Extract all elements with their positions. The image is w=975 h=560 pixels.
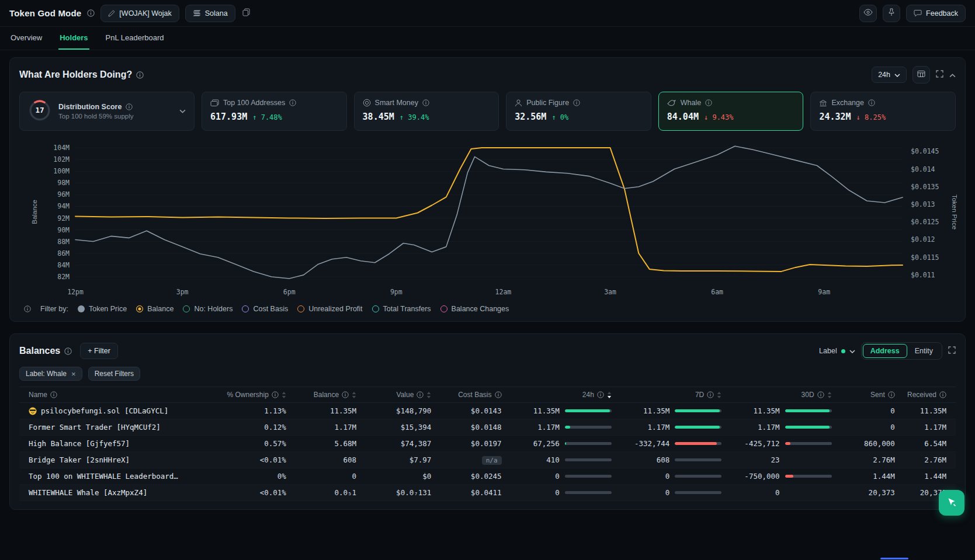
change-bar <box>675 426 721 429</box>
timeframe-dropdown[interactable]: 24h <box>872 67 907 83</box>
add-filter-label: + Filter <box>88 347 110 355</box>
stat-card-public-figure[interactable]: Public Figure 32.56M ↑ 0% <box>506 92 651 131</box>
table-row[interactable]: Bridge Taker [2snHHreX] <0.01% 608 $7.97… <box>19 452 956 468</box>
filter-option-unrealized-profit[interactable]: Unrealized Profit <box>297 305 362 313</box>
svg-text:6am: 6am <box>711 288 723 296</box>
change-bar <box>675 491 721 494</box>
balance-cell: 608 <box>291 452 361 468</box>
filter-option-no-holders[interactable]: No: Holders <box>183 305 233 313</box>
stat-card-exchange[interactable]: Exchange 24.32M ↓ 8.25% <box>810 92 956 131</box>
feedback-button[interactable]: Feedback <box>906 5 966 22</box>
stat-card-smart-money[interactable]: Smart Money 38.45M ↑ 39.4% <box>354 92 499 131</box>
sort-icon <box>717 392 721 398</box>
svg-text:$0.012: $0.012 <box>911 235 935 244</box>
value-cell: $15,394 <box>361 419 436 436</box>
view-address[interactable]: Address <box>863 344 907 358</box>
table-row[interactable]: Former Smart Trader [HYqMCUf2] 0.12% 1.1… <box>19 419 956 436</box>
column-header-ownership[interactable]: % Ownership <box>211 391 286 399</box>
pin-button[interactable] <box>883 5 900 22</box>
add-filter-button[interactable]: + Filter <box>80 343 118 359</box>
view-entity[interactable]: Entity <box>907 344 941 358</box>
value-cell: $74,387 <box>361 436 436 452</box>
value-cell: $0.0₇131 <box>361 485 436 501</box>
stat-label: Exchange <box>831 99 864 107</box>
value-cell: $7.97 <box>361 452 436 468</box>
stat-value: 24.32M <box>819 112 851 122</box>
change-bar <box>785 426 832 429</box>
filter-option-balance-changes[interactable]: Balance Changes <box>440 305 509 313</box>
svg-text:88M: 88M <box>57 238 70 246</box>
stat-label: Top 100 Addresses <box>223 99 285 107</box>
filter-option-cost-basis[interactable]: Cost Basis <box>242 305 288 313</box>
table-row[interactable]: High Balance [Gjfyef57] 0.57% 5.68M $74,… <box>19 436 956 452</box>
svg-text:92M: 92M <box>57 214 70 222</box>
chevron-up-icon <box>949 71 956 79</box>
info-icon <box>705 99 712 106</box>
column-header-value[interactable]: Value <box>366 391 431 399</box>
label-dropdown[interactable]: Label <box>819 347 855 355</box>
holder-name-link[interactable]: Top 100 on WHITEWHALE Leaderboard… <box>29 472 202 481</box>
filter-option-balance[interactable]: Balance <box>136 305 174 313</box>
chip-reset-filters[interactable]: Reset Filters <box>88 367 140 381</box>
cool-emoji-icon <box>29 407 37 415</box>
info-icon <box>50 391 57 398</box>
watchlist-eye-button[interactable] <box>859 5 877 22</box>
change-bar <box>675 442 721 445</box>
ai-assistant-button[interactable] <box>939 490 964 516</box>
token-selector-button[interactable]: [WOJAK] Wojak <box>100 5 179 22</box>
close-icon[interactable]: × <box>71 370 76 378</box>
column-header-balance[interactable]: Balance <box>296 391 356 399</box>
collapse-card-button[interactable] <box>949 71 956 79</box>
stat-card-distribution-score[interactable]: 17 Distribution Score Top 100 hold 59% s… <box>19 92 195 131</box>
table-row[interactable]: Top 100 on WHITEWHALE Leaderboard… 0% 0 … <box>19 468 956 485</box>
received-cell: 1.44M <box>900 468 956 485</box>
holder-name-link[interactable]: High Balance [Gjfyef57] <box>29 439 202 448</box>
holder-name-link[interactable]: psilocybefungi.sol [CDLaGYCL] <box>29 406 202 415</box>
column-header-24h[interactable]: 24h <box>511 391 612 399</box>
expand-chart-button[interactable] <box>936 70 943 79</box>
change-bar <box>565 442 612 445</box>
sort-icon <box>426 392 431 398</box>
sort-icon <box>352 392 356 398</box>
column-header-30d[interactable]: 30D <box>731 391 831 399</box>
table-row[interactable]: psilocybefungi.sol [CDLaGYCL] 1.13% 11.3… <box>19 403 956 419</box>
addresses-icon <box>210 99 219 107</box>
tab-pnl-leaderboard[interactable]: PnL Leaderboard <box>105 27 165 50</box>
calendar-view-button[interactable] <box>912 66 930 84</box>
expand-table-button[interactable] <box>948 346 956 356</box>
chain-name: Solana <box>205 9 228 18</box>
chain-selector-button[interactable]: Solana <box>185 5 235 22</box>
filter-by-label: Filter by: <box>40 305 68 313</box>
tab-holders[interactable]: Holders <box>58 27 89 50</box>
tab-overview[interactable]: Overview <box>9 27 43 50</box>
info-icon <box>597 391 604 398</box>
stat-value: 84.04M <box>667 112 699 122</box>
balances-table: Name % Ownership Balance Value Cost Basi… <box>19 387 956 501</box>
svg-text:$0.0115: $0.0115 <box>911 253 939 262</box>
column-header-7d[interactable]: 7D <box>621 391 721 399</box>
horizontal-scrollbar-thumb[interactable] <box>880 558 908 559</box>
sort-icon <box>827 392 832 398</box>
received-cell: 11.35M <box>900 403 956 419</box>
filter-option-total-transfers[interactable]: Total Transfers <box>372 305 431 313</box>
stat-label: Distribution Score <box>58 103 122 111</box>
info-icon <box>136 71 144 79</box>
chip-label-whale[interactable]: Label: Whale× <box>19 367 82 381</box>
stat-card-whale[interactable]: Whale 84.04M ↓ 9.43% <box>658 92 804 131</box>
value-cell: $148,790 <box>361 403 436 419</box>
copy-address-button[interactable] <box>242 8 250 18</box>
svg-text:$0.0145: $0.0145 <box>911 147 939 155</box>
balances-table-head: Name % Ownership Balance Value Cost Basi… <box>19 387 956 403</box>
change-bar <box>565 475 612 478</box>
cost-basis-cell: $0.0148 <box>436 419 506 436</box>
svg-text:12pm: 12pm <box>67 288 84 296</box>
holder-name-link[interactable]: WHITEWHALE Whale [AxzMpxZ4] <box>29 488 202 497</box>
holder-name-link[interactable]: Former Smart Trader [HYqMCUf2] <box>29 423 202 432</box>
change-7d-cell: -332,744 <box>616 436 726 452</box>
exchange-icon <box>819 99 827 107</box>
change-7d-cell: 0 <box>616 468 726 485</box>
table-row[interactable]: WHITEWHALE Whale [AxzMpxZ4] <0.01% 0.0₅1… <box>19 485 956 501</box>
holder-name-link[interactable]: Bridge Taker [2snHHreX] <box>29 455 202 464</box>
filter-option-token-price[interactable]: Token Price <box>78 305 127 313</box>
stat-card-top-100-addresses[interactable]: Top 100 Addresses 617.93M ↑ 7.48% <box>202 92 347 131</box>
